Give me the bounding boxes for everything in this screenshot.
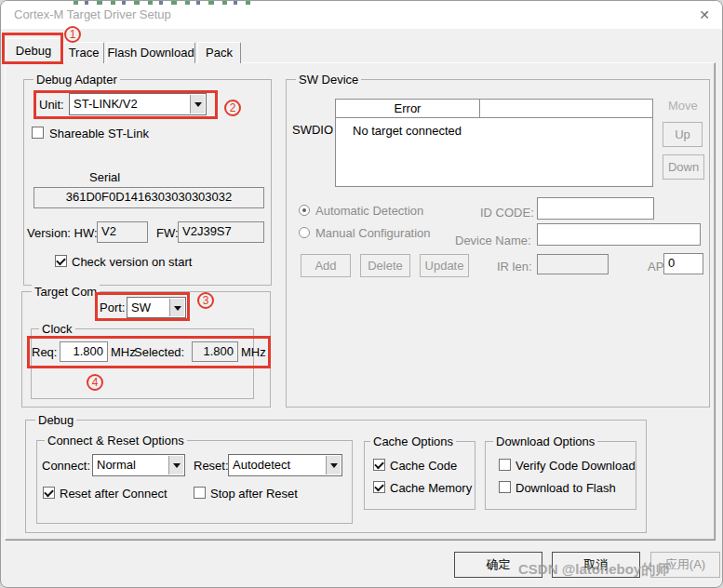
tab-trace-label: Trace xyxy=(69,46,100,60)
unit-label: Unit: xyxy=(39,98,64,112)
verify-code-download-label[interactable]: Verify Code Download xyxy=(515,459,636,473)
shareable-stlink-checkbox[interactable] xyxy=(32,127,44,139)
device-name-label: Device Name: xyxy=(455,234,531,247)
error-column-header: Error xyxy=(336,100,480,117)
manual-configuration-label[interactable]: Manual Configuration xyxy=(315,226,431,240)
req-label: Req: xyxy=(32,345,57,359)
port-label: Port: xyxy=(100,301,125,314)
chevron-down-icon[interactable] xyxy=(326,456,341,474)
cancel-button[interactable]: 取消 xyxy=(552,552,640,578)
req-unit-label: MHz xyxy=(111,345,136,359)
serial-field[interactable]: 361D0F0D1416303030303032 xyxy=(33,187,264,208)
tab-pack[interactable]: Pack xyxy=(197,42,241,63)
title-bar: Cortex-M Target Driver Setup ✕ xyxy=(1,1,722,29)
tab-flash-download[interactable]: Flash Download xyxy=(106,42,195,63)
unit-combobox-value: ST-LINK/V2 xyxy=(74,94,189,114)
delete-button[interactable]: Delete xyxy=(360,254,410,277)
shareable-stlink-label[interactable]: Shareable ST-Link xyxy=(49,127,149,140)
cache-options-group: Cache Options xyxy=(364,441,475,510)
hw-version-field[interactable]: V2 xyxy=(97,221,148,243)
port-combobox-value: SW xyxy=(131,298,168,317)
automatic-detection-radio[interactable] xyxy=(299,205,310,216)
chevron-down-icon[interactable] xyxy=(190,95,205,114)
stop-after-reset-label[interactable]: Stop after Reset xyxy=(210,487,298,501)
top-watermark-fragment xyxy=(74,1,250,5)
automatic-detection-label[interactable]: Automatic Detection xyxy=(315,204,423,218)
download-to-flash-label[interactable]: Download to Flash xyxy=(515,481,616,495)
verify-code-download-checkbox[interactable] xyxy=(499,459,511,471)
chevron-down-icon[interactable] xyxy=(169,299,184,316)
device-name-field[interactable] xyxy=(537,223,701,246)
fw-version-field[interactable]: V2J39S7 xyxy=(178,221,264,243)
dialog-title: Cortex-M Target Driver Setup xyxy=(14,7,171,21)
selected-label: Selected: xyxy=(134,345,184,359)
fw-label: FW: xyxy=(156,226,179,240)
sw-device-table-header: Error xyxy=(336,100,652,118)
debug-adapter-legend: Debug Adapter xyxy=(33,73,120,87)
selected-unit-label: MHz xyxy=(241,345,266,359)
id-code-field[interactable] xyxy=(537,197,654,220)
reset-after-connect-label[interactable]: Reset after Connect xyxy=(60,487,167,501)
move-up-button[interactable]: Up xyxy=(663,122,703,147)
selected-clock-field[interactable]: 1.800 xyxy=(192,341,238,362)
manual-configuration-radio[interactable] xyxy=(299,227,310,238)
tab-trace[interactable]: Trace xyxy=(63,42,104,63)
download-to-flash-checkbox[interactable] xyxy=(499,481,511,493)
download-options-legend: Download Options xyxy=(493,434,597,448)
tab-debug-label: Debug xyxy=(16,44,51,58)
tab-pack-label: Pack xyxy=(206,46,233,60)
cache-memory-label[interactable]: Cache Memory xyxy=(390,481,472,495)
version-hw-label: Version: HW: xyxy=(27,226,98,240)
ir-len-label: IR len: xyxy=(497,260,532,274)
connect-label: Connect: xyxy=(42,459,90,473)
check-version-checkbox[interactable] xyxy=(55,255,67,267)
reset-label: Reset: xyxy=(194,459,229,473)
add-button[interactable]: Add xyxy=(301,254,351,277)
apply-button[interactable]: 应用(A) xyxy=(650,552,720,578)
ok-button[interactable]: 确定 xyxy=(454,552,542,578)
swdio-label: SWDIO xyxy=(292,123,333,137)
close-icon[interactable]: ✕ xyxy=(695,6,714,24)
reset-combobox-value: Autodetect xyxy=(233,455,325,475)
serial-caption: Serial xyxy=(89,170,120,184)
connect-reset-group: Connect & Reset Options xyxy=(36,440,353,524)
ap-field[interactable]: 0 xyxy=(663,253,703,274)
connect-combobox-value: Normal xyxy=(97,455,167,475)
connect-reset-legend: Connect & Reset Options xyxy=(45,434,187,448)
reset-after-connect-checkbox[interactable] xyxy=(43,487,55,499)
tab-flash-download-label: Flash Download xyxy=(107,46,194,60)
tab-debug[interactable]: Debug xyxy=(6,38,61,63)
clock-legend: Clock xyxy=(39,322,75,336)
move-down-button[interactable]: Down xyxy=(663,154,704,180)
check-version-label[interactable]: Check version on start xyxy=(72,255,192,269)
cortex-m-driver-setup-dialog: Cortex-M Target Driver Setup ✕ Debug Tra… xyxy=(0,0,723,588)
chevron-down-icon[interactable] xyxy=(168,456,183,474)
reset-combobox[interactable]: Autodetect xyxy=(228,454,342,476)
cache-code-label[interactable]: Cache Code xyxy=(390,459,457,473)
req-clock-field[interactable]: 1.800 xyxy=(60,341,108,362)
cache-options-legend: Cache Options xyxy=(370,434,456,448)
ir-len-field[interactable] xyxy=(537,254,609,274)
connect-combobox[interactable]: Normal xyxy=(92,454,185,476)
debug-options-legend: Debug xyxy=(35,413,76,427)
target-com-legend: Target Com xyxy=(32,285,100,299)
move-label: Move xyxy=(668,99,698,113)
stop-after-reset-checkbox[interactable] xyxy=(194,487,206,499)
sw-device-legend: SW Device xyxy=(296,73,361,87)
sw-device-table: Error No target connected xyxy=(335,99,653,187)
no-target-message: No target connected xyxy=(353,124,462,138)
port-combobox[interactable]: SW xyxy=(127,297,186,318)
clock-group: Clock xyxy=(31,328,254,399)
cache-memory-checkbox[interactable] xyxy=(373,481,385,493)
sw-device-table-body[interactable]: No target connected xyxy=(336,119,652,186)
cache-code-checkbox[interactable] xyxy=(373,459,385,471)
unit-combobox[interactable]: ST-LINK/V2 xyxy=(69,93,207,115)
id-code-label: ID CODE: xyxy=(480,206,534,220)
update-button[interactable]: Update xyxy=(420,254,469,277)
download-options-group: Download Options xyxy=(485,441,636,510)
